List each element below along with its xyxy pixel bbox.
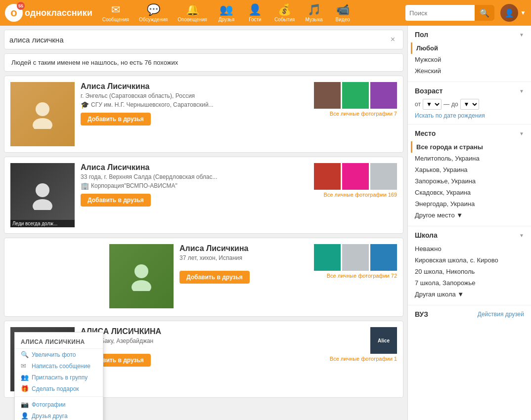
school-option-other[interactable]: Другая школа ▼ [415,289,524,300]
age-from-select[interactable]: ▼ [423,99,442,110]
gender-option-any[interactable]: Любой [411,42,524,54]
photo-thumb-1-2[interactable] [342,82,369,109]
person-info-3: Алиса Лисичкина 37 лет, хихон, Испания Д… [179,244,307,310]
zoom-icon: 🔍 [21,351,29,358]
person-name-4[interactable]: АЛИСА ЛИСИЧКИНА [81,327,307,336]
video-icon: 📹 [336,3,350,16]
nav-video[interactable]: 📹 Видео [329,1,356,24]
gift-icon: 🎁 [21,385,29,392]
photos-row-2 [314,163,397,190]
location-option-other[interactable]: Другое место ▼ [415,210,524,221]
logo-icon: о 55 [5,4,23,22]
sidebar-footer: ВУЗ Действия друзей [408,305,531,323]
sidebar-section-age: Возраст ▼ от ▼ — до ▼ Искать по дате рож… [408,82,531,125]
photo-thumb-1-1[interactable] [314,82,341,109]
gender-option-male[interactable]: Мужской [415,54,524,65]
top-search-input[interactable] [405,9,475,17]
user-avatar[interactable]: 👤 [500,4,518,22]
photo-thumb-2-3[interactable] [370,163,397,190]
nav-notifications-label: Оповещения [177,17,207,22]
photo-thumb-3-1[interactable] [314,244,341,271]
photo-thumb-3-2[interactable] [342,244,369,271]
person-location-1: г. Энгельс (Саратовская область), Россия [81,92,307,99]
sidebar: Пол ▼ Любой Мужской Женский Возраст ▼ от… [407,26,531,420]
nav-music[interactable]: 🎵 Музыка [301,1,327,24]
tooltip-item-gift[interactable]: 🎁 Сделать подарок [15,383,103,394]
school-option-3[interactable]: 7 школа, Запорожье [415,277,524,289]
search-clear-button[interactable]: × [388,34,398,45]
age-from-label: от [415,101,421,108]
photo-thumb-1-3[interactable] [370,82,397,109]
nav-events[interactable]: 💰 События [270,1,299,24]
all-photos-link-4[interactable]: Все личные фотографии 1 [330,356,397,362]
notifications-icon: 🔔 [186,3,199,16]
nav-friends[interactable]: 👥 Друзья [213,1,240,24]
school-option-2[interactable]: 20 школа, Никополь [415,266,524,277]
invite-icon: 👥 [21,374,29,381]
age-to-select[interactable]: ▼ [460,99,479,110]
search-input[interactable] [9,36,388,44]
tooltip-item-photos[interactable]: 📷 Фотографии [15,399,103,410]
age-chevron[interactable]: ▼ [519,88,524,94]
add-friend-button-1[interactable]: Добавить в друзья [81,113,151,126]
person-avatar-3[interactable] [109,244,174,308]
guests-icon: 👤 [248,3,262,16]
location-option-1[interactable]: Мелитополь, Украина [415,153,524,164]
school-option-1[interactable]: Кировская школа, с. Кирово [415,254,524,266]
add-friend-button-2[interactable]: Добавить в друзья [81,194,151,207]
school-chevron[interactable]: ▼ [519,233,524,238]
gender-option-female[interactable]: Женский [415,65,524,77]
location-option-5[interactable]: Энергодар, Украина [415,198,524,210]
location-option-2[interactable]: Харьков, Украина [415,164,524,175]
location-option-4[interactable]: Скадовск, Украина [415,187,524,198]
tooltip-friends-label: Друзья друга [32,413,68,420]
top-search-button[interactable]: 🔍 [475,5,494,21]
edu-icon-1: 🎓 [81,101,89,109]
person-info-2: Алиса Лисичкина 33 года, г. Верхняя Салд… [81,163,307,227]
tooltip-header: АЛИСА ЛИСИЧКИНА [15,336,103,349]
nav-messages[interactable]: ✉ Сообщения [98,1,133,24]
photo-thumb-4-1[interactable]: Alice [370,327,397,354]
friends-friends-icon: 👤 [21,412,29,420]
location-chevron[interactable]: ▼ [519,131,524,136]
nav-discussions[interactable]: 💬 Обсуждения [135,1,172,24]
location-option-all[interactable]: Все города и страны [411,141,524,153]
photos-icon: 📷 [21,401,29,408]
tooltip-item-invite[interactable]: 👥 Пригласить в группу [15,372,103,383]
person-name-3[interactable]: Алиса Лисичкина [179,244,307,253]
person-name-2[interactable]: Алиса Лисичкина [81,163,307,172]
tooltip-item-message[interactable]: ✉ Написать сообщение [15,360,103,372]
gender-chevron[interactable]: ▼ [519,32,524,38]
photo-thumb-2-2[interactable] [342,163,369,190]
add-friend-button-3[interactable]: Добавить в друзья [179,271,250,284]
birthday-link[interactable]: Искать по дате рождения [415,112,485,119]
location-header: Место ▼ [415,129,524,137]
location-option-3[interactable]: Запорожье, Украина [415,175,524,187]
person-name-1[interactable]: Алиса Лисичкина [81,82,307,91]
all-photos-link-2[interactable]: Все личные фотографии 169 [324,192,397,198]
school-option-any[interactable]: Неважно [415,243,524,254]
school-header: Школа ▼ [415,231,524,239]
photos-row-1 [314,82,397,109]
age-dash: — [443,101,449,108]
person-location-2: 33 года, г. Верхняя Салда (Свердловская … [81,173,307,180]
friends-actions-link[interactable]: Действия друзей [478,311,524,318]
edu-text-1: СГУ им. Н.Г. Чернышевского, Саратовский.… [91,101,214,108]
tooltip-item-friends[interactable]: 👤 Друзья друга [15,410,103,420]
message-icon: ✉ [21,362,29,370]
avatar-dropdown-arrow[interactable]: ▼ [520,9,526,16]
photo-thumb-3-3[interactable] [370,244,397,271]
events-icon: 💰 [278,3,291,16]
brand-logo[interactable]: о 55 одноклассники [5,4,92,22]
person-avatar-1[interactable] [10,82,75,146]
all-photos-link-1[interactable]: Все личные фотографии 7 [330,111,397,117]
all-photos-link-3[interactable]: Все личные фотографии 72 [327,273,397,279]
tooltip-item-zoom[interactable]: 🔍 Увеличить фото [15,349,103,360]
photo-thumb-2-1[interactable] [314,163,341,190]
nav-guests[interactable]: 👤 Гости [242,1,268,24]
photos-row-3 [314,244,397,271]
person-card: Алиса Лисичкина г. Энгельс (Саратовская … [4,76,403,153]
nav-notifications[interactable]: 🔔 Оповещения [174,1,211,24]
photos-row-4: Alice [370,327,397,354]
person-avatar-2[interactable]: Леди всегда долж... [10,163,75,227]
